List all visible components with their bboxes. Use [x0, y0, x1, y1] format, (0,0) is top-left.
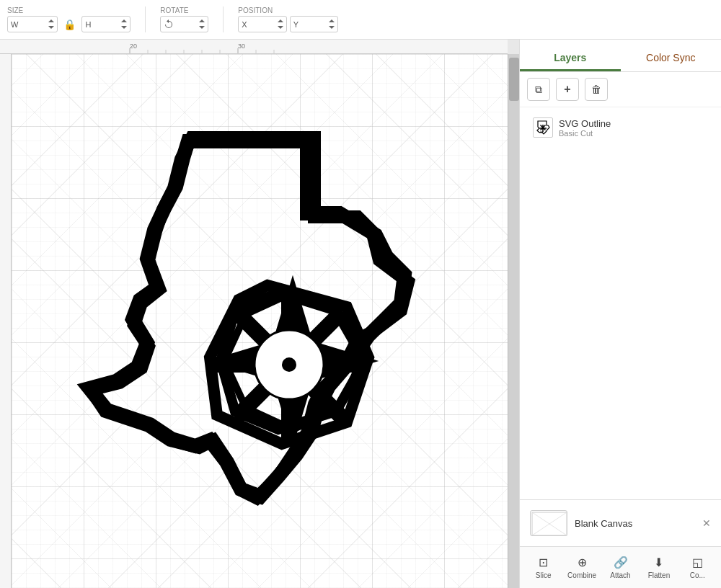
svg-marker-5: [199, 26, 205, 29]
panel-bottom: Blank Canvas ✕: [520, 499, 721, 546]
canvas-area[interactable]: 20 30: [0, 40, 519, 588]
size-h-wrap: H: [81, 16, 131, 32]
divider-1: [145, 6, 146, 32]
size-inputs: W 🔒 H: [7, 16, 131, 32]
contour-icon: ◱: [692, 556, 703, 569]
contour-label: Co...: [690, 571, 705, 579]
svg-marker-2: [121, 19, 127, 22]
slice-label: Slice: [536, 571, 552, 579]
size-group: Size W 🔒 H: [7, 6, 131, 32]
size-label: Size: [7, 6, 23, 14]
ruler-top: 20 30: [0, 40, 508, 54]
position-y-wrap: Y: [290, 16, 338, 32]
size-w-input[interactable]: [19, 20, 48, 29]
svg-point-34: [542, 128, 544, 130]
svg-marker-6: [278, 19, 283, 22]
panel-toolbar: ⧉ + 🗑: [520, 72, 721, 107]
layer-type: Basic Cut: [559, 129, 611, 138]
size-h-arrows[interactable]: [121, 18, 127, 30]
svg-marker-7: [278, 26, 283, 29]
tab-color-sync[interactable]: Color Sync: [621, 45, 722, 71]
copy-icon: ⧉: [535, 84, 542, 96]
svg-marker-8: [329, 19, 335, 22]
top-toolbar: Size W 🔒 H Rotate: [0, 0, 721, 40]
scrollbar-thumb[interactable]: [509, 58, 519, 101]
svg-marker-3: [121, 26, 127, 29]
design-svg[interactable]: [48, 116, 423, 527]
position-y-arrows[interactable]: [329, 18, 335, 30]
size-w-arrows[interactable]: [48, 18, 54, 30]
add-layer-button[interactable]: +: [556, 78, 579, 101]
position-x-label: X: [242, 20, 247, 29]
position-y-label: Y: [293, 20, 298, 29]
grid-background: [12, 54, 508, 588]
combine-label: Combine: [567, 571, 596, 579]
right-panel: Layers Color Sync ⧉ + 🗑: [519, 40, 721, 588]
position-x-wrap: X: [238, 16, 286, 32]
layer-thumbnail: [533, 117, 553, 138]
contour-button[interactable]: ◱ Co...: [680, 551, 715, 584]
scrollbar-right[interactable]: [508, 54, 519, 588]
tab-layers[interactable]: Layers: [520, 45, 621, 71]
slice-icon: ⊡: [539, 556, 548, 569]
layer-list: SVG Outline Basic Cut: [520, 107, 721, 499]
main-area: 20 30: [0, 40, 721, 588]
position-y-input[interactable]: [300, 20, 329, 29]
lock-icon[interactable]: 🔒: [61, 19, 79, 30]
flatten-button[interactable]: ⬇ Flatten: [641, 551, 676, 584]
list-item[interactable]: SVG Outline Basic Cut: [527, 113, 714, 142]
ruler-ticks: [0, 40, 508, 53]
layer-info: SVG Outline Basic Cut: [559, 118, 611, 138]
delete-icon: 🗑: [591, 84, 601, 95]
panel-actions: ⊡ Slice ⊕ Combine 🔗 Attach ⬇ Flatten ◱ C…: [520, 546, 721, 588]
grid-canvas[interactable]: [12, 54, 508, 588]
panel-tabs: Layers Color Sync: [520, 40, 721, 72]
rotate-inputs: [160, 16, 208, 32]
layer-thumb-icon: [535, 120, 551, 135]
svg-marker-9: [329, 26, 335, 29]
combine-button[interactable]: ⊕ Combine: [564, 551, 599, 584]
attach-button[interactable]: 🔗 Attach: [603, 551, 638, 584]
position-x-input[interactable]: [249, 20, 278, 29]
rotate-label: Rotate: [160, 6, 188, 14]
position-label: Position: [238, 6, 273, 14]
layer-name: SVG Outline: [559, 118, 611, 129]
blank-canvas-item[interactable]: Blank Canvas ✕: [527, 507, 714, 539]
divider-2: [223, 6, 224, 32]
delete-layer-button[interactable]: 🗑: [585, 78, 608, 101]
svg-point-29: [282, 357, 296, 372]
size-w-wrap: W: [7, 16, 58, 32]
size-h-input[interactable]: [92, 20, 121, 29]
close-blank-canvas-button[interactable]: ✕: [702, 517, 711, 529]
blank-canvas-label: Blank Canvas: [575, 518, 632, 529]
flatten-label: Flatten: [648, 571, 671, 579]
svg-marker-4: [199, 19, 205, 22]
rotate-icon: [164, 19, 174, 30]
flatten-icon: ⬇: [654, 556, 663, 569]
size-h-label: H: [85, 20, 91, 29]
svg-marker-1: [48, 26, 54, 29]
position-inputs: X Y: [238, 16, 338, 32]
attach-icon: 🔗: [614, 556, 628, 569]
combine-icon: ⊕: [578, 556, 587, 569]
star-design: [210, 285, 368, 444]
slice-button[interactable]: ⊡ Slice: [526, 551, 561, 584]
attach-label: Attach: [610, 571, 630, 579]
rotate-arrows[interactable]: [199, 18, 205, 30]
svg-marker-0: [48, 19, 54, 22]
size-w-label: W: [11, 20, 18, 29]
position-group: Position X Y: [238, 6, 338, 32]
copy-layer-button[interactable]: ⧉: [527, 78, 550, 101]
blank-canvas-thumb-svg: [531, 511, 568, 537]
ruler-left: [0, 54, 12, 588]
rotate-wrap: [160, 16, 208, 32]
position-x-arrows[interactable]: [278, 18, 283, 30]
rotate-input[interactable]: [174, 20, 199, 29]
add-icon: +: [564, 83, 570, 96]
rotate-group: Rotate: [160, 6, 208, 32]
blank-canvas-thumbnail: [530, 510, 567, 536]
